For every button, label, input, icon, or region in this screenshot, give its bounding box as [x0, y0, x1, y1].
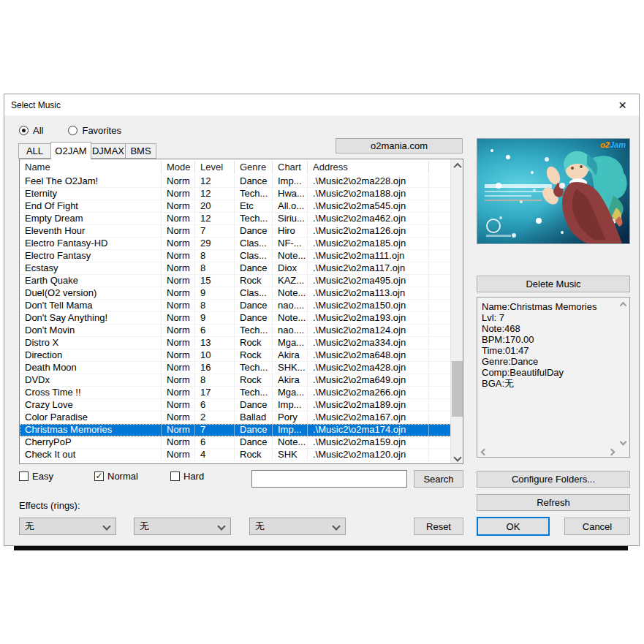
- tab-bms[interactable]: BMS: [125, 143, 156, 159]
- radio-all[interactable]: All: [19, 125, 43, 136]
- cell-filler: [429, 337, 452, 349]
- cell-filler: [429, 436, 452, 449]
- effect-ring-2-value: 无: [140, 520, 149, 533]
- info-scroll-down-icon[interactable]: [617, 436, 629, 447]
- column-header-filler: [429, 161, 452, 174]
- tab-all[interactable]: ALL: [18, 143, 51, 159]
- cell-name: Check It out: [20, 449, 162, 461]
- info-horizontal-scrollbar[interactable]: [477, 447, 617, 457]
- cell-filler: [429, 374, 452, 387]
- table-row[interactable]: Crazy Love Norm 6 Dance Imp... .\Music2\…: [20, 399, 463, 412]
- cell-name: CherryPoP: [20, 436, 162, 449]
- table-row[interactable]: Death Moon Norm 16 Tech... SHK... .\Musi…: [20, 362, 463, 374]
- cell-filler: [429, 287, 452, 300]
- chevron-down-icon: [217, 522, 225, 530]
- cell-filler: [429, 238, 452, 250]
- cell-level: 8: [195, 262, 235, 275]
- table-row[interactable]: Feel The O2Jam! Norm 12 Dance Imp... .\M…: [20, 175, 463, 188]
- cancel-button[interactable]: Cancel: [564, 518, 630, 535]
- table-row[interactable]: Distro X Norm 13 Rock Mga... .\Music2\o2…: [20, 337, 463, 349]
- search-button[interactable]: Search: [414, 470, 463, 488]
- table-row[interactable]: Color Paradise Norm 2 Ballad Pory .\Musi…: [20, 412, 463, 424]
- cell-genre: Etc: [235, 200, 273, 213]
- album-art: o2Jam: [477, 138, 630, 244]
- info-vertical-scrollbar[interactable]: [617, 298, 629, 447]
- configure-folders-button[interactable]: Configure Folders...: [477, 471, 630, 488]
- effect-ring-dropdown-3[interactable]: 无: [249, 518, 346, 535]
- cell-chart: Note...: [273, 250, 308, 262]
- table-row[interactable]: Cross Time !! Norm 17 Tech... Mga... .\M…: [20, 387, 463, 399]
- cell-address: .\Music2\o2ma185.ojn: [308, 238, 429, 250]
- cell-chart: Imp...: [273, 175, 308, 188]
- cell-chart: nao....: [273, 325, 308, 337]
- table-row[interactable]: Eternity Norm 12 Tech... Hwa... .\Music2…: [20, 188, 463, 200]
- effect-ring-dropdown-1[interactable]: 无: [19, 518, 116, 535]
- checkbox-easy-label: Easy: [32, 471, 53, 482]
- info-scroll-left-icon[interactable]: [479, 447, 490, 457]
- column-header-level[interactable]: Level: [195, 161, 235, 174]
- column-header-name[interactable]: Name: [20, 161, 162, 174]
- cell-level: 20: [195, 200, 235, 213]
- refresh-button[interactable]: Refresh: [477, 494, 630, 511]
- radio-favorites[interactable]: Favorites: [68, 125, 121, 136]
- cell-mode: Norm: [162, 250, 195, 262]
- table-row[interactable]: Empty Dream Norm 12 Tech... Siriu... .\M…: [20, 213, 463, 225]
- table-row[interactable]: Don't Movin Norm 6 Tech... nao.... .\Mus…: [20, 325, 463, 337]
- cell-genre: Clas...: [235, 287, 273, 300]
- cell-name: Electro Fantasy: [20, 250, 162, 262]
- cell-filler: [429, 362, 452, 374]
- table-row[interactable]: End Of Fight Norm 20 Etc All.o... .\Musi…: [20, 200, 463, 213]
- table-row[interactable]: Check It out Norm 4 Rock SHK .\Music2\o2…: [20, 449, 463, 461]
- ok-button[interactable]: OK: [477, 517, 550, 536]
- o2mania-website-button[interactable]: o2mania.com: [336, 138, 463, 154]
- column-header-address[interactable]: Address: [308, 161, 429, 174]
- table-row[interactable]: Don't Tell Mama Norm 8 Dance nao.... .\M…: [20, 300, 463, 312]
- cell-address: .\Music2\o2ma167.ojn: [308, 412, 429, 424]
- cell-mode: Norm: [162, 200, 195, 213]
- reset-button[interactable]: Reset: [414, 518, 463, 535]
- table-row[interactable]: Earth Quake Norm 15 Rock KAZ... .\Music2…: [20, 275, 463, 287]
- delete-music-button[interactable]: Delete Music: [477, 276, 630, 292]
- effect-ring-dropdown-2[interactable]: 无: [134, 518, 231, 535]
- cell-level: 6: [195, 325, 235, 337]
- scrollbar-thumb[interactable]: [452, 361, 463, 417]
- cell-filler: [429, 250, 452, 262]
- table-row[interactable]: Eleventh Hour Norm 7 Dance Hiro .\Music2…: [20, 225, 463, 238]
- cell-mode: Norm: [162, 449, 195, 461]
- tab-djmax[interactable]: DJMAX: [91, 143, 126, 159]
- table-vertical-scrollbar[interactable]: [450, 159, 463, 463]
- scroll-down-icon[interactable]: [451, 451, 463, 463]
- checkbox-easy[interactable]: ✓ Easy: [19, 471, 53, 482]
- cell-mode: Norm: [162, 300, 195, 312]
- table-row[interactable]: Electro Fantasy-HD Norm 29 Clas... NF-..…: [20, 238, 463, 250]
- checkbox-normal[interactable]: ✓ Normal: [94, 471, 138, 482]
- cell-address: .\Music2\o2ma428.ojn: [308, 362, 429, 374]
- close-icon[interactable]: ×: [606, 94, 639, 115]
- table-row[interactable]: Direction Norm 10 Rock Akira .\Music2\o2…: [20, 349, 463, 362]
- cell-mode: Norm: [162, 225, 195, 238]
- cell-filler: [429, 312, 452, 325]
- table-row[interactable]: Ecstasy Norm 8 Dance Diox .\Music2\o2ma1…: [20, 262, 463, 275]
- cell-name: Empty Dream: [20, 213, 162, 225]
- info-scroll-up-icon[interactable]: [617, 299, 629, 310]
- column-header-genre[interactable]: Genre: [235, 161, 273, 174]
- info-scroll-right-icon[interactable]: [606, 447, 617, 457]
- table-row[interactable]: Don't Say Anything! Norm 9 Dance Note...…: [20, 312, 463, 325]
- cell-chart: Note...: [273, 287, 308, 300]
- cell-address: .\Music2\o2ma462.ojn: [308, 213, 429, 225]
- scroll-up-icon[interactable]: [451, 159, 463, 172]
- cell-chart: Pory: [273, 412, 308, 424]
- table-row[interactable]: Electro Fantasy Norm 8 Clas... Note... .…: [20, 250, 463, 262]
- table-row[interactable]: Christmas Memories Norm 7 Dance Imp... .…: [20, 424, 463, 436]
- cell-filler: [429, 300, 452, 312]
- table-row[interactable]: DVDx Norm 8 Rock Akira .\Music2\o2ma649.…: [20, 374, 463, 387]
- column-header-mode[interactable]: Mode: [162, 161, 195, 174]
- checkbox-hard[interactable]: ✓ Hard: [170, 471, 204, 482]
- search-input[interactable]: [251, 470, 407, 488]
- table-row[interactable]: CherryPoP Norm 6 Dance Note... .\Music2\…: [20, 436, 463, 449]
- tab-o2jam[interactable]: O2JAM: [50, 142, 91, 159]
- cell-mode: Norm: [162, 387, 195, 399]
- cell-level: 12: [195, 175, 235, 188]
- table-row[interactable]: Duel(O2 version) Norm 9 Clas... Note... …: [20, 287, 463, 300]
- column-header-chart[interactable]: Chart: [273, 161, 308, 174]
